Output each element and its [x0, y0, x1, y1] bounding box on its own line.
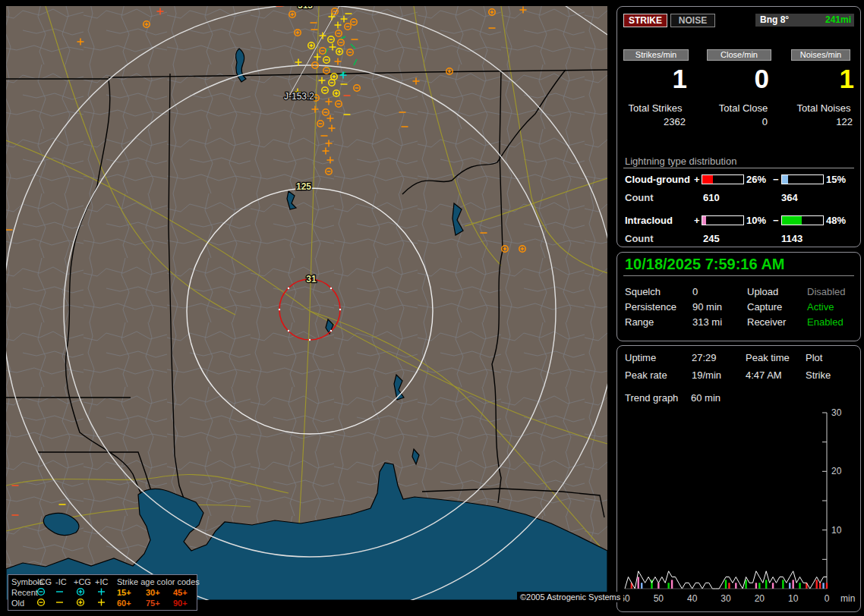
- legend-age-75: 75+: [146, 599, 160, 608]
- total-noises-value: 122: [792, 116, 853, 127]
- bearing-display: Bng 8° 241mi: [755, 14, 854, 27]
- legend-col-pos-ic: +IC: [95, 577, 108, 586]
- lightning-map: 313 125 31 J-153.2: [6, 6, 607, 600]
- strikes-per-min-label: Strikes/min: [623, 49, 689, 61]
- minus-sign: −: [773, 215, 779, 226]
- ic-negative-count: 1143: [781, 233, 803, 244]
- status-panel: 10/18/2025 7:59:16 AM Squelch 0 Upload D…: [616, 252, 861, 341]
- squelch-value: 0: [692, 286, 698, 297]
- cg-positive-pct: 26%: [746, 174, 766, 185]
- legend-age-15: 15+: [117, 588, 131, 597]
- peak-time-label: Peak time: [746, 352, 790, 363]
- plus-sign: +: [694, 174, 700, 185]
- trend-graph: 3020106050403020100min: [617, 407, 859, 610]
- cloud-ground-label: Cloud-ground: [625, 174, 690, 185]
- cg-count-label: Count: [625, 192, 654, 203]
- range-value: 313 mi: [692, 316, 722, 328]
- svg-text:10: 10: [788, 593, 799, 604]
- storm-cell-label: J-153.2: [284, 91, 314, 102]
- cg-negative-bar: [781, 174, 824, 184]
- cg-positive-count: 610: [703, 192, 720, 203]
- total-close-label: Total Close: [711, 102, 775, 114]
- close-per-min-value: 0: [705, 64, 769, 93]
- total-noises-label: Total Noises: [792, 102, 856, 114]
- trend-window-value: 60 min: [691, 392, 721, 404]
- legend-age-45: 45+: [173, 588, 188, 597]
- legend-age-90: 90+: [173, 599, 188, 608]
- svg-text:20: 20: [755, 593, 765, 604]
- map-legend: Symbols -CG -IC +CG +IC Strike age color…: [8, 574, 197, 611]
- total-strikes-value: 2362: [623, 116, 686, 127]
- ring-label-125: 125: [296, 181, 311, 192]
- app-window: 313 125 31 J-153.2 Symbols -CG -IC +CG +…: [0, 0, 864, 616]
- svg-text:10: 10: [831, 525, 842, 536]
- svg-text:30: 30: [831, 407, 842, 418]
- persistence-value: 90 min: [692, 301, 722, 313]
- range-label: Range: [625, 316, 654, 328]
- plot-label: Plot: [806, 352, 822, 363]
- bearing-range: 241mi: [825, 14, 851, 27]
- squelch-label: Squelch: [625, 286, 661, 297]
- legend-age-60: 60+: [117, 599, 131, 608]
- persistence-label: Persistence: [625, 301, 676, 313]
- strike-toggle-button[interactable]: STRIKE: [623, 14, 667, 27]
- close-per-min-label: Close/min: [707, 49, 771, 61]
- svg-text:min: min: [840, 593, 855, 604]
- svg-text:0: 0: [825, 593, 830, 604]
- plus-sign: +: [694, 215, 700, 226]
- svg-text:20: 20: [831, 466, 842, 476]
- ic-negative-bar: [781, 215, 824, 225]
- legend-col-neg-cg: -CG: [36, 577, 52, 586]
- ring-label-313: 313: [298, 6, 313, 11]
- receiver-label: Receiver: [747, 316, 786, 328]
- cg-negative-count: 364: [781, 192, 798, 203]
- capture-label: Capture: [747, 301, 782, 313]
- legend-age-30: 30+: [146, 588, 160, 597]
- capture-status: Active: [807, 301, 834, 313]
- noises-per-min-label: Noises/min: [791, 49, 850, 61]
- trend-graph-label: Trend graph: [625, 392, 678, 404]
- total-close-value: 0: [711, 116, 768, 127]
- svg-text:30: 30: [721, 593, 731, 604]
- bearing-label: Bng 8°: [755, 14, 789, 25]
- cg-positive-bar: [702, 174, 744, 184]
- peak-rate-value: 19/min: [692, 369, 721, 381]
- upload-status: Disabled: [807, 286, 846, 297]
- svg-text:50: 50: [654, 593, 664, 604]
- uptime-label: Uptime: [625, 352, 656, 363]
- legend-age-header: Strike age color codes: [117, 577, 200, 586]
- ic-negative-pct: 48%: [826, 215, 846, 226]
- stats-panel: STRIKE NOISE Bng 8° 241mi Strikes/min Cl…: [616, 6, 861, 247]
- noise-toggle-button[interactable]: NOISE: [670, 14, 715, 27]
- legend-symbol-glyphs: [34, 586, 110, 610]
- ic-positive-pct: 10%: [746, 215, 766, 226]
- cg-negative-pct: 15%: [826, 174, 846, 185]
- ic-count-label: Count: [625, 233, 654, 244]
- strikes-per-min-value: 1: [623, 64, 687, 93]
- plot-type-value: Strike: [806, 369, 831, 381]
- trend-panel: Uptime 27:29 Peak time Plot Peak rate 19…: [616, 345, 861, 612]
- peak-rate-label: Peak rate: [625, 369, 667, 381]
- copyright-text: ©2005 Astrogenic Systems: [517, 592, 623, 602]
- legend-old-label: Old: [11, 599, 24, 608]
- noises-per-min-value: 1: [790, 64, 854, 93]
- upload-label: Upload: [747, 286, 778, 297]
- peak-time-value: 4:47 AM: [746, 369, 782, 381]
- total-strikes-label: Total Strikes: [623, 102, 687, 114]
- intracloud-label: Intracloud: [625, 215, 673, 226]
- uptime-value: 27:29: [692, 352, 717, 363]
- ic-positive-bar: [702, 215, 744, 225]
- legend-col-neg-ic: -IC: [55, 577, 67, 586]
- minus-sign: −: [773, 174, 779, 185]
- receiver-status: Enabled: [807, 316, 844, 328]
- ic-positive-count: 245: [703, 233, 720, 244]
- svg-text:40: 40: [687, 593, 698, 604]
- legend-col-pos-cg: +CG: [74, 577, 91, 586]
- ring-label-31: 31: [306, 274, 317, 284]
